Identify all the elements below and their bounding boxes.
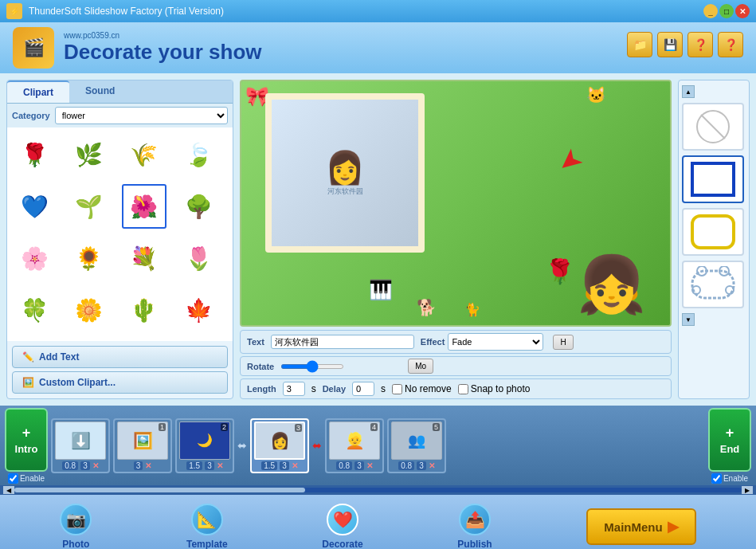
nav-item-photo[interactable]: 📷 Photo: [60, 504, 92, 549]
preview-background: 🎀 🐱 👩 河东软件园 👧 🌹 🐕 🐈: [241, 81, 670, 325]
filmstrip-area: + Intro Enable ⬇️ 0.8 3 ✕ 1 🖼️: [0, 406, 756, 485]
bottom-nav: 📷 Photo 📐 Template ❤️ Decorate 📤 Publish…: [0, 495, 756, 549]
scroll-right-button[interactable]: ▶: [742, 486, 753, 494]
end-button[interactable]: + End: [708, 408, 751, 472]
clipart-item[interactable]: 🌹: [12, 132, 57, 177]
folder-icon-button[interactable]: 📁: [627, 32, 652, 57]
clipart-item[interactable]: 🌻: [67, 236, 112, 280]
slide-duration-5: 0.8: [398, 461, 414, 470]
clipart-item[interactable]: 🍁: [176, 288, 221, 332]
frame-item-none[interactable]: [682, 103, 744, 151]
left-buttons: ✏️ Add Text 🖼️ Custom Clipart...: [7, 341, 233, 398]
no-remove-label: No remove: [405, 383, 452, 394]
effect-label: Effect: [421, 337, 445, 347]
nav-item-decorate[interactable]: ❤️ Decorate: [322, 504, 362, 549]
save-icon-button[interactable]: 💾: [657, 32, 683, 57]
clipart-item-selected[interactable]: 🌺: [122, 184, 166, 229]
properties-row2: Length s Delay s No remove Snap to photo: [240, 378, 672, 399]
clipart-item[interactable]: 🌱: [67, 184, 112, 229]
main-menu-button[interactable]: MainMenu ▶: [586, 508, 695, 545]
slide-item-0[interactable]: ⬇️ 0.8 3 ✕: [51, 418, 110, 473]
mo-button-group: Mo: [408, 359, 433, 374]
scroll-bottom: ▼: [682, 313, 746, 326]
clipart-item[interactable]: 🌸: [12, 236, 57, 280]
title-bar-text: ThunderSoft Slideshow Factory (Trial Ver…: [29, 6, 224, 17]
slide-delete-1[interactable]: ✕: [145, 461, 151, 470]
slide-thumb-2: 2 🌙: [179, 422, 230, 460]
tab-sound[interactable]: Sound: [69, 80, 131, 103]
no-remove-checkbox[interactable]: [392, 384, 402, 394]
slide-delete-0[interactable]: ✕: [92, 461, 99, 470]
clipart-item[interactable]: 🍀: [12, 288, 57, 332]
slide-num-5: 5: [433, 423, 440, 431]
frame-item-yellow-round[interactable]: [682, 208, 744, 256]
red-arrow-filmstrip: ⬌: [312, 439, 322, 452]
effect-select[interactable]: FadeSlideZoom: [448, 333, 543, 351]
tab-bar: Clipart Sound: [7, 80, 233, 104]
minimize-button[interactable]: _: [703, 4, 718, 18]
intro-label: Intro: [15, 443, 38, 455]
snap-to-photo-checkbox[interactable]: [458, 384, 468, 394]
slide-item-1[interactable]: 1 🖼️ 3 ✕: [113, 418, 172, 473]
text-input[interactable]: [271, 335, 414, 349]
h-button[interactable]: H: [553, 335, 573, 350]
slide-transition-arrow2: ⬌: [312, 439, 322, 452]
slide-num-2: 2: [221, 423, 228, 431]
clipart-item[interactable]: 💙: [12, 184, 57, 229]
frame-item-blue-rect[interactable]: [682, 155, 744, 203]
clipart-item[interactable]: 🌾: [122, 132, 166, 177]
nav-item-publish[interactable]: 📤 Publish: [457, 504, 492, 549]
slide-delete-2[interactable]: ✕: [217, 461, 223, 470]
frame-item-cloud[interactable]: [682, 261, 744, 308]
text-label: Text: [247, 337, 264, 347]
length-input[interactable]: [283, 382, 305, 396]
svg-point-8: [726, 286, 734, 294]
person-silhouette: 👩: [325, 149, 365, 186]
slide-delete-4[interactable]: ✕: [366, 461, 373, 470]
slide-delete-3[interactable]: ✕: [292, 461, 298, 470]
intro-button[interactable]: + Intro: [5, 408, 48, 472]
end-enable-checkbox[interactable]: [711, 473, 722, 484]
clipart-item[interactable]: 🌼: [67, 288, 112, 332]
slide-thumb-icon-4: 👱: [345, 431, 365, 450]
end-enable-group: Enable: [711, 473, 748, 484]
scroll-down-button[interactable]: ▼: [682, 313, 695, 326]
clipart-item[interactable]: 🌳: [176, 184, 221, 229]
info-icon-button[interactable]: ❓: [718, 32, 743, 57]
help-icon-button[interactable]: ❓: [687, 32, 713, 57]
category-select[interactable]: flower animal nature: [55, 107, 228, 124]
delay-input[interactable]: [352, 382, 374, 396]
slide-controls-1: 3 ✕: [134, 461, 152, 470]
tab-clipart[interactable]: Clipart: [7, 80, 69, 103]
slide-item-3[interactable]: 3 👩 1.5 3 ✕: [250, 418, 309, 473]
clipart-item[interactable]: 🌿: [67, 132, 112, 177]
clipart-item[interactable]: 🌵: [122, 288, 166, 332]
maximize-button[interactable]: □: [719, 4, 734, 18]
intro-enable-checkbox[interactable]: [8, 473, 18, 484]
slide-duration-2: 1.5: [186, 461, 202, 470]
slide-delete-5[interactable]: ✕: [429, 461, 435, 470]
close-button[interactable]: ✕: [735, 4, 750, 18]
image-icon: 🖼️: [22, 377, 34, 388]
slide-duration-3: 1.5: [261, 461, 277, 470]
slide-item-4[interactable]: 4 👱 0.8 3 ✕: [325, 418, 384, 473]
slide-controls-2: 1.5 3 ✕: [186, 461, 222, 470]
scrollbar-thumb[interactable]: [14, 488, 305, 492]
publish-nav-icon: 📤: [459, 504, 491, 535]
slide-thumb-5: 5 👥: [391, 422, 442, 460]
watermark-text: 河东软件园: [325, 186, 365, 197]
rotate-slider[interactable]: [280, 364, 344, 369]
slide-thumb-1: 1 🖼️: [117, 422, 168, 460]
custom-clipart-button[interactable]: 🖼️ Custom Clipart...: [12, 371, 228, 394]
slide-item-5[interactable]: 5 👥 0.8 3 ✕: [387, 418, 446, 473]
clipart-item[interactable]: 💐: [122, 236, 166, 280]
clipart-item[interactable]: 🍃: [176, 132, 221, 177]
slide-thumb-icon-3: 👩: [270, 431, 290, 450]
mo-button[interactable]: Mo: [408, 359, 433, 374]
scroll-left-button[interactable]: ◀: [3, 486, 14, 494]
scroll-up-button[interactable]: ▲: [682, 85, 695, 98]
nav-item-template[interactable]: 📐 Template: [186, 504, 228, 549]
slide-item-2[interactable]: 2 🌙 1.5 3 ✕: [175, 418, 234, 473]
add-text-button[interactable]: ✏️ Add Text: [12, 346, 228, 368]
clipart-item[interactable]: 🌷: [176, 236, 221, 280]
